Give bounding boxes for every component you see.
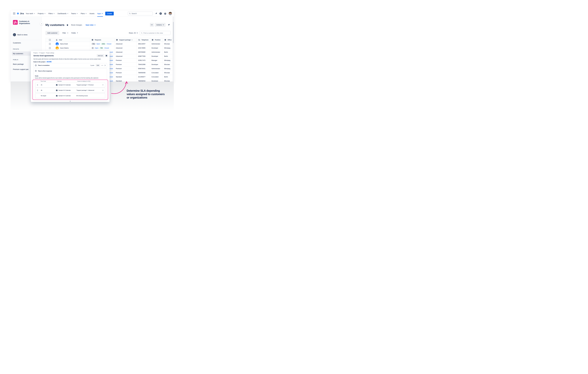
jira-logo[interactable]: Jira — [17, 12, 24, 15]
nav-item-assets[interactable]: Assets — [89, 10, 94, 17]
breadcrumb-item[interactable]: Projects — [33, 52, 38, 54]
user-cell: Cassi Owens — [54, 46, 90, 50]
position-cell: Developer — [150, 46, 163, 50]
chevron-down-icon — [94, 25, 96, 25]
select-all-checkbox[interactable] — [49, 39, 51, 41]
remove-goal-button[interactable]: ✕ — [101, 89, 105, 91]
megaphone-icon[interactable] — [155, 12, 157, 14]
table-header: User Requests Support package — [45, 38, 173, 42]
save-view-button[interactable]: Save view — [86, 24, 96, 26]
text-field-icon: Aa — [138, 39, 140, 41]
edit-button[interactable]: Edit — [96, 64, 100, 66]
vertical-scrollbar[interactable] — [173, 17, 174, 81]
support-package-cell: Premium — [115, 67, 137, 71]
more-options[interactable]: ••• — [101, 65, 103, 66]
support-package-cell: Premium — [115, 71, 137, 75]
nav-item-teams[interactable]: Teams — [71, 10, 78, 17]
nav-item-filters[interactable]: Filters — [48, 10, 55, 17]
goal-row[interactable]: 2h Sample 9-5 Calendar "Support package"… — [35, 82, 105, 87]
open-requests-link[interactable]: Open — [95, 47, 99, 49]
position-cell: Developer — [150, 54, 163, 58]
gear-icon[interactable] — [164, 12, 166, 15]
nav-item-your-work[interactable]: Your work — [26, 10, 35, 17]
column-header-user[interactable]: User — [54, 38, 90, 42]
table-row[interactable]: Alana Grant 731 Open 2331 Closed Advance… — [45, 42, 173, 46]
sidebar-item-customers[interactable]: Customers — [13, 42, 21, 44]
actions-button[interactable]: Actions — [155, 23, 166, 27]
annotation-line: Determine SLA depending — [127, 89, 171, 93]
sidebar-collapse-button[interactable]: ‹ — [40, 22, 43, 25]
row-checkbox[interactable] — [49, 43, 51, 45]
sidebar-item-basic-package[interactable]: Basic package — [13, 63, 24, 65]
filter-button[interactable]: Filter + — [62, 32, 68, 34]
drag-handle[interactable] — [35, 89, 40, 91]
closed-requests-link[interactable]: Closed — [107, 43, 111, 45]
support-package-cell: Premium — [115, 58, 137, 63]
closed-count-badge: 2331 — [101, 43, 106, 45]
closed-requests-link[interactable]: Closed — [104, 47, 109, 49]
sla-card-time-to-resolution[interactable]: Time to resolution 3 goals Edit ••• — [33, 63, 107, 67]
grid-icon — [13, 12, 15, 14]
megaphone-icon[interactable] — [168, 24, 170, 26]
create-button[interactable]: Create — [105, 12, 114, 15]
calendar-button[interactable] — [105, 54, 108, 57]
add-customer-button[interactable]: Add customer — [45, 31, 59, 35]
annotation-line: or organizations — [127, 96, 171, 99]
help-icon[interactable]: ? — [159, 12, 162, 15]
rows-per-page-select[interactable]: Rows: 25 — [129, 32, 138, 34]
open-count-badge: 731 — [91, 43, 96, 45]
breadcrumb-item[interactable]: IT Support — [39, 52, 45, 54]
column-header-telephone[interactable]: Aa Telephone — [137, 38, 150, 42]
open-requests-link[interactable]: Open — [96, 43, 100, 45]
column-header-office[interactable]: Office — [163, 38, 173, 42]
goal-time: 4h — [40, 89, 52, 91]
back-to-views[interactable]: ← Back to views — [13, 33, 28, 36]
breadcrumb-item[interactable]: Project settings — [46, 52, 54, 54]
nav-item-apps[interactable]: Apps — [97, 10, 103, 17]
row-checkbox[interactable] — [49, 47, 51, 49]
select-all-cell — [45, 38, 54, 42]
clock-icon — [35, 65, 37, 66]
telephone-cell: 555676431 — [137, 67, 150, 71]
column-header-position[interactable]: Position — [150, 38, 163, 42]
table-row[interactable]: Cassi Owens 8 Open 746 Closed Advanced 4… — [45, 46, 173, 50]
find-customer-input[interactable] — [143, 32, 169, 34]
fields-button[interactable]: Fields 7 — [71, 32, 78, 34]
chevron-down-icon — [44, 13, 45, 14]
nav-search[interactable] — [128, 12, 153, 15]
goal-row[interactable]: No target Sample 9-5 Calendar All remain… — [35, 93, 105, 98]
remove-goal-button[interactable]: ✕ — [101, 84, 105, 86]
scrollbar-thumb[interactable] — [173, 22, 174, 43]
goals-in-project: Goals in this project: 10 of 90 — [33, 61, 52, 63]
user-avatar[interactable] — [169, 12, 172, 15]
user-name[interactable]: Cassi Owens — [60, 47, 69, 49]
app-switcher-icon[interactable] — [12, 12, 16, 15]
goal-col-jql: Issues to display (in JQL) — [76, 81, 101, 82]
more-button[interactable]: ••• — [150, 23, 154, 27]
position-cell: Administrator — [150, 67, 163, 71]
goal-calendar: Sample 9-5 Calendar — [52, 95, 76, 97]
chevron-down-icon — [34, 13, 35, 14]
add-goal-button[interactable]: + — [31, 100, 110, 102]
support-package-cell: Advanced — [115, 50, 137, 54]
support-package-cell: Advanced — [115, 42, 137, 46]
goal-time: No target — [40, 95, 52, 96]
column-header-support-package[interactable]: Support package — [115, 38, 137, 42]
drag-handle[interactable] — [35, 84, 40, 86]
sidebar-app-title: Customers & Organizations — [19, 20, 30, 24]
telephone-cell: 485219007 — [137, 42, 150, 46]
add-sla-button[interactable]: Add SLA — [97, 54, 104, 57]
goal-row[interactable]: 4h Sample 9-5 Calendar "Support package"… — [35, 88, 105, 93]
nav-item-projects[interactable]: Projects — [38, 10, 46, 17]
sidebar-item-premium-support[interactable]: Premium support pac — [13, 68, 29, 70]
column-header-requests[interactable]: Requests — [90, 38, 115, 42]
find-customer-search[interactable] — [140, 31, 170, 35]
trash-icon[interactable] — [66, 24, 68, 26]
user-name[interactable]: Alana Grant — [60, 43, 68, 45]
sidebar-app: Customers & Organizations — [13, 20, 30, 25]
nav-search-input[interactable] — [131, 13, 151, 14]
chevron-right-icon[interactable] — [105, 65, 105, 66]
nav-item-dashboards[interactable]: Dashboards — [58, 10, 68, 17]
reset-changes-button[interactable]: Reset changes — [71, 24, 82, 26]
nav-item-plans[interactable]: Plans — [81, 10, 87, 17]
